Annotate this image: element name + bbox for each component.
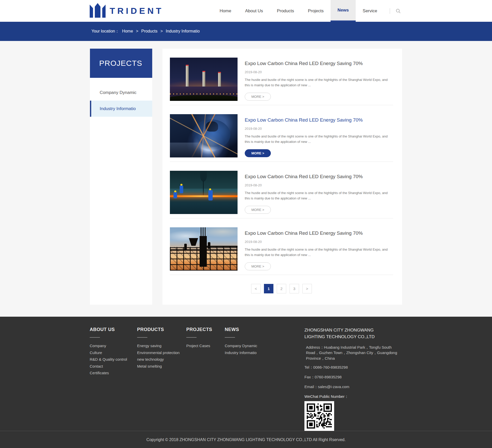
news-item: Expo Low Carbon China Red LED Energy Sav… xyxy=(170,171,393,218)
footer-link-certificates[interactable]: Certificates xyxy=(90,371,137,375)
news-thumbnail-construction[interactable] xyxy=(170,227,238,271)
brand-logo[interactable]: TRIDENT xyxy=(90,3,163,19)
news-title[interactable]: Expo Low Carbon China Red LED Energy Sav… xyxy=(245,230,393,236)
news-excerpt: The hustle and bustle of the night scene… xyxy=(245,77,393,88)
news-thumbnail-power-plant[interactable] xyxy=(170,58,238,101)
news-thumbnail-welding[interactable] xyxy=(170,114,238,157)
divider xyxy=(225,337,235,338)
news-date: 2019-08-20 xyxy=(245,240,393,244)
nav-divider xyxy=(390,8,390,14)
scene-layer xyxy=(208,190,213,200)
news-date: 2019-08-20 xyxy=(245,183,393,187)
news-item: Expo Low Carbon China Red LED Energy Sav… xyxy=(170,114,393,162)
brand-name: TRIDENT xyxy=(110,6,163,16)
nav-item-about-us[interactable]: About Us xyxy=(238,0,270,22)
copyright-text: Copyright © 2018 ZHONGSHAN CITY ZHONGWAN… xyxy=(0,431,492,448)
news-item: Expo Low Carbon China Red LED Energy Sav… xyxy=(170,58,393,105)
more-button[interactable]: MORE > xyxy=(245,262,271,270)
footer-link-company-dynamic[interactable]: Company Dynamic xyxy=(225,344,304,348)
nav-item-products[interactable]: Products xyxy=(270,0,301,22)
company-name: ZHONGSHAN CITY ZHONGWANG LIGHTING TECHNO… xyxy=(304,327,389,340)
company-email: Email：sales@i-zava.com xyxy=(304,385,402,389)
footer-column-products: PRODUCTS Energy saving Environmental pro… xyxy=(137,327,186,431)
nav-item-news[interactable]: News xyxy=(331,0,356,22)
news-excerpt: The hustle and bustle of the night scene… xyxy=(245,247,393,258)
pagination-next-button[interactable]: > xyxy=(302,284,312,293)
scene-layer xyxy=(189,238,198,246)
news-date: 2019-08-20 xyxy=(245,127,393,131)
breadcrumb-separator: > xyxy=(136,29,138,33)
scene-layer xyxy=(184,244,187,249)
footer-link-new-technology[interactable]: new technology xyxy=(137,357,186,362)
pagination-page-1[interactable]: 1 xyxy=(264,284,273,293)
company-tel: Tel：0086-760-89835298 xyxy=(304,365,402,370)
wechat-label: WeChat Public Number： xyxy=(304,394,402,399)
footer-column-title: PRODUCTS xyxy=(137,327,186,332)
site-header: TRIDENT Home About Us Products Projects … xyxy=(0,0,492,22)
footer-link-contact[interactable]: Contact xyxy=(90,364,137,369)
news-item: Expo Low Carbon China Red LED Energy Sav… xyxy=(170,227,393,275)
news-excerpt: The hustle and bustle of the night scene… xyxy=(245,134,393,145)
footer-link-company[interactable]: Company xyxy=(90,344,137,348)
footer-column-title: ABOUT US xyxy=(90,327,137,332)
footer-company-info: ZHONGSHAN CITY ZHONGWANG LIGHTING TECHNO… xyxy=(304,327,402,431)
nav-item-projects[interactable]: Projects xyxy=(301,0,330,22)
scene-layer xyxy=(170,95,238,101)
footer-column-about-us: ABOUT US Company Culture R&D & Quality c… xyxy=(90,327,137,431)
main-area: PROJECTS Company Dynamic Industry Inform… xyxy=(90,49,402,305)
nav-item-service[interactable]: Service xyxy=(356,0,384,22)
scene-layer xyxy=(186,65,189,87)
scene-layer xyxy=(200,171,207,182)
scene-layer xyxy=(200,236,207,267)
breadcrumb-current: Industry Informatio xyxy=(166,29,200,33)
company-address: Address：Huabang Industrial Park，Tongfu S… xyxy=(304,345,402,361)
pagination-prev-button[interactable]: < xyxy=(251,284,261,293)
breadcrumb-separator: > xyxy=(160,29,163,33)
more-button[interactable]: MORE > xyxy=(245,206,271,214)
sidebar: PROJECTS Company Dynamic Industry Inform… xyxy=(90,49,152,305)
divider xyxy=(90,337,100,338)
pagination-page-2[interactable]: 2 xyxy=(277,284,286,293)
main-nav: Home About Us Products Projects News Ser… xyxy=(213,0,402,22)
scene-layer xyxy=(170,143,201,157)
footer-link-energy-saving[interactable]: Energy saving xyxy=(137,344,186,348)
news-list: Expo Low Carbon China Red LED Energy Sav… xyxy=(162,49,402,305)
footer-link-rd-quality[interactable]: R&D & Quality control xyxy=(90,357,137,362)
news-title[interactable]: Expo Low Carbon China Red LED Energy Sav… xyxy=(245,174,393,179)
trident-icon xyxy=(90,3,106,19)
footer-link-culture[interactable]: Culture xyxy=(90,351,137,355)
footer-column-title: PROJECTS xyxy=(186,327,225,332)
scene-layer xyxy=(218,72,221,87)
sidebar-item-industry-informatio[interactable]: Industry Informatio xyxy=(90,101,152,117)
divider xyxy=(186,337,197,338)
scene-layer xyxy=(202,71,205,87)
sidebar-item-company-dynamic[interactable]: Company Dynamic xyxy=(90,84,152,101)
scene-layer xyxy=(208,242,210,249)
breadcrumb-label: Your location： xyxy=(91,29,119,33)
pagination-page-3[interactable]: 3 xyxy=(290,284,299,293)
nav-item-home[interactable]: Home xyxy=(213,0,238,22)
pagination: < 1 2 3 > xyxy=(170,284,393,293)
footer-link-project-cases[interactable]: Project Cases xyxy=(186,344,225,348)
news-title[interactable]: Expo Low Carbon China Red LED Energy Sav… xyxy=(245,117,393,123)
news-excerpt: The hustle and bustle of the night scene… xyxy=(245,190,393,201)
more-button[interactable]: MORE > xyxy=(245,149,271,157)
footer-column-projects: PROJECTS Project Cases xyxy=(186,327,225,431)
breadcrumb-home[interactable]: Home xyxy=(122,29,133,33)
footer-column-title: NEWS xyxy=(225,327,304,332)
news-title[interactable]: Expo Low Carbon China Red LED Energy Sav… xyxy=(245,61,393,66)
scene-layer xyxy=(173,192,177,198)
news-date: 2019-08-20 xyxy=(245,70,393,74)
breadcrumb: Your location： Home > Products > Industr… xyxy=(90,29,402,34)
footer-column-news: NEWS Company Dynamic Industry Informatio xyxy=(225,327,304,431)
more-button[interactable]: MORE > xyxy=(245,93,271,101)
breadcrumb-band: Your location： Home > Products > Industr… xyxy=(0,22,492,41)
footer-link-environmental[interactable]: Environmental protection xyxy=(137,351,186,355)
wechat-qr-code xyxy=(304,401,334,431)
news-thumbnail-steel-mill[interactable] xyxy=(170,171,238,214)
breadcrumb-products[interactable]: Products xyxy=(141,29,157,33)
search-icon[interactable] xyxy=(394,7,402,15)
footer-link-industry-informatio[interactable]: Industry Informatio xyxy=(225,351,304,355)
site-footer: ABOUT US Company Culture R&D & Quality c… xyxy=(0,317,492,448)
footer-link-metal-smelting[interactable]: Metal smelting xyxy=(137,364,186,369)
